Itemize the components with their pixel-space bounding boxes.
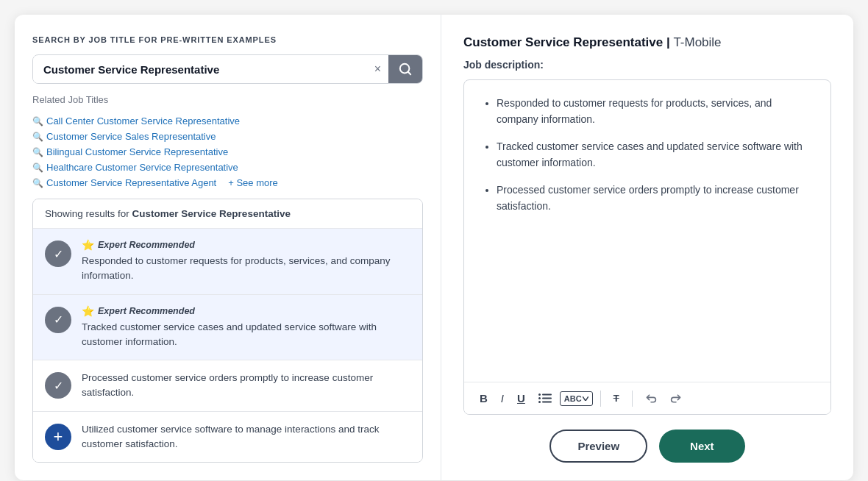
search-icon-small-3: 🔍 <box>32 147 43 157</box>
action-buttons: Preview Next <box>463 430 831 463</box>
result-item-2[interactable]: ✓ ⭐ Expert Recommended Tracked customer … <box>33 295 422 361</box>
spellcheck-button[interactable]: ABC <box>560 391 593 406</box>
plus-icon-4: + <box>54 429 63 445</box>
separator: | <box>663 35 673 49</box>
result-content-2: ⭐ Expert Recommended Tracked customer se… <box>82 305 410 350</box>
see-more-link[interactable]: + See more <box>228 177 278 188</box>
next-button[interactable]: Next <box>659 430 745 463</box>
editor-toolbar: B I U ABC <box>464 382 830 414</box>
check-circle-3: ✓ <box>45 372 71 399</box>
result-item-3[interactable]: ✓ Processed customer service orders prom… <box>33 360 422 412</box>
result-text-3: Processed customer service orders prompt… <box>82 371 410 401</box>
expert-tag-1: ⭐ Expert Recommended <box>82 239 410 251</box>
result-item-4[interactable]: + Utilized customer service software to … <box>33 412 422 463</box>
right-panel: Customer Service Representative | T-Mobi… <box>441 15 853 480</box>
job-title-header: Customer Service Representative | T-Mobi… <box>463 35 831 50</box>
check-icon-2: ✓ <box>54 313 63 327</box>
search-icon-small-5: 🔍 <box>32 178 43 188</box>
search-input[interactable] <box>33 56 367 83</box>
job-title-text: Customer Service Representative <box>463 35 663 49</box>
check-icon-3: ✓ <box>54 379 63 393</box>
spellcheck-label: ABC <box>564 394 582 403</box>
editor-content[interactable]: Responded to customer requests for produ… <box>464 80 830 382</box>
check-circle-1: ✓ <box>45 240 71 267</box>
search-icon-small: 🔍 <box>32 116 43 127</box>
bullet-2: Tracked customer service cases and updat… <box>497 138 813 171</box>
toolbar-divider-1 <box>600 391 601 407</box>
bullet-1: Responded to customer requests for produ… <box>497 95 813 128</box>
check-circle-2: ✓ <box>45 307 71 333</box>
related-link-5[interactable]: 🔍 Customer Service Representative Agent <box>32 177 216 188</box>
bold-button[interactable]: B <box>474 388 493 408</box>
results-header: Showing results for Customer Service Rep… <box>33 199 422 229</box>
result-text-1: Responded to customer requests for produ… <box>82 254 410 284</box>
company-text: T-Mobile <box>673 35 721 49</box>
undo-button[interactable] <box>640 389 662 408</box>
star-icon-2: ⭐ <box>82 305 94 317</box>
result-text-4: Utilized customer service software to ma… <box>82 422 410 452</box>
italic-button[interactable]: I <box>496 388 509 408</box>
expert-label-2: Expert Recommended <box>98 306 195 316</box>
related-link-4[interactable]: 🔍 Healthcare Customer Service Representa… <box>32 162 238 173</box>
svg-point-6 <box>538 397 541 399</box>
results-box: Showing results for Customer Service Rep… <box>32 199 423 463</box>
expert-label-1: Expert Recommended <box>98 240 195 250</box>
svg-point-5 <box>538 393 541 396</box>
related-link-1[interactable]: 🔍 Call Center Customer Service Represent… <box>32 115 240 127</box>
result-text-2: Tracked customer service cases and updat… <box>82 320 410 350</box>
search-icon-small-4: 🔍 <box>32 163 43 173</box>
related-links: 🔍 Call Center Customer Service Represent… <box>32 115 423 188</box>
underline-button[interactable]: U <box>512 388 530 408</box>
search-label: SEARCH BY JOB TITLE FOR PRE-WRITTEN EXAM… <box>32 35 423 44</box>
bullet-list: Responded to customer requests for produ… <box>482 95 813 214</box>
editor-container: Responded to customer requests for produ… <box>463 79 831 415</box>
svg-rect-3 <box>542 397 552 399</box>
result-content-3: Processed customer service orders prompt… <box>82 371 410 401</box>
check-icon-1: ✓ <box>54 247 63 261</box>
result-content-4: Utilized customer service software to ma… <box>82 422 410 452</box>
left-panel: SEARCH BY JOB TITLE FOR PRE-WRITTEN EXAM… <box>15 15 441 480</box>
svg-rect-4 <box>542 401 552 402</box>
add-circle-4: + <box>45 424 71 450</box>
star-icon-1: ⭐ <box>82 239 94 251</box>
search-box: × <box>32 54 423 84</box>
redo-button[interactable] <box>665 389 687 408</box>
result-item-1[interactable]: ✓ ⭐ Expert Recommended Responded to cust… <box>33 229 422 295</box>
bullet-3: Processed customer service orders prompt… <box>497 182 813 215</box>
svg-line-1 <box>408 72 410 74</box>
related-link-2[interactable]: 🔍 Customer Service Sales Representative <box>32 131 216 142</box>
result-content-1: ⭐ Expert Recommended Responded to custom… <box>82 239 410 284</box>
search-button[interactable] <box>388 55 422 83</box>
svg-point-7 <box>538 401 541 403</box>
related-title: Related Job Titles <box>32 94 423 105</box>
strikethrough-button[interactable]: T <box>608 389 625 407</box>
svg-rect-2 <box>542 393 552 395</box>
job-desc-label: Job description: <box>463 59 831 71</box>
clear-button[interactable]: × <box>367 57 388 82</box>
preview-button[interactable]: Preview <box>549 430 647 463</box>
expert-tag-2: ⭐ Expert Recommended <box>82 305 410 317</box>
search-icon-small-2: 🔍 <box>32 132 43 142</box>
list-button[interactable] <box>533 390 557 407</box>
toolbar-divider-2 <box>632 391 633 407</box>
related-link-3[interactable]: 🔍 Bilingual Customer Service Representat… <box>32 146 228 157</box>
